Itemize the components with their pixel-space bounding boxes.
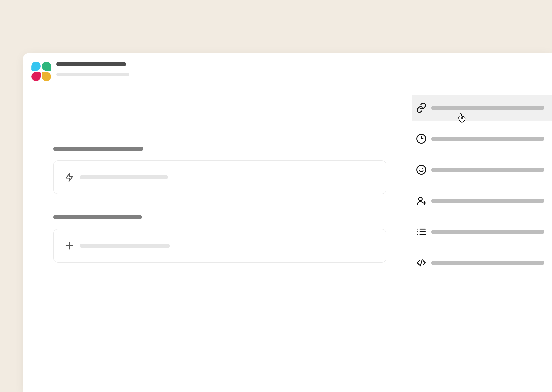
menu-item-list[interactable]	[412, 219, 552, 245]
menu-item-link[interactable]	[412, 95, 552, 121]
section-2	[53, 215, 400, 263]
svg-point-13	[417, 231, 418, 232]
app-window	[23, 53, 552, 392]
right-menu	[412, 95, 552, 276]
svg-point-12	[417, 229, 418, 230]
header-text	[56, 61, 129, 76]
bolt-icon	[64, 172, 74, 182]
menu-item-code[interactable]	[412, 250, 552, 276]
section-1-card-text	[80, 175, 168, 179]
menu-item-smiley-label	[431, 168, 544, 172]
svg-point-4	[420, 168, 420, 169]
user-plus-icon	[416, 196, 427, 206]
main-pane	[23, 53, 412, 392]
section-1-heading	[53, 147, 143, 151]
svg-point-5	[422, 168, 423, 169]
content-area	[31, 82, 400, 263]
menu-item-code-label	[431, 261, 544, 265]
right-pane	[412, 53, 552, 392]
logo-segment-red	[31, 72, 41, 81]
section-1	[53, 147, 400, 194]
logo-segment-yellow	[42, 72, 51, 81]
app-title	[56, 62, 126, 66]
svg-point-6	[419, 197, 422, 201]
menu-item-list-label	[431, 230, 544, 234]
section-2-card[interactable]	[53, 229, 386, 263]
smiley-icon	[416, 164, 427, 175]
link-icon	[416, 102, 427, 113]
menu-item-clock[interactable]	[412, 126, 552, 152]
menu-item-clock-label	[431, 137, 544, 141]
app-logo	[31, 61, 51, 82]
plus-icon	[64, 241, 74, 251]
svg-line-15	[420, 260, 422, 266]
clock-icon	[416, 133, 427, 144]
app-subtitle	[56, 73, 129, 76]
section-2-heading	[53, 215, 142, 219]
code-icon	[416, 258, 427, 268]
svg-point-3	[417, 165, 426, 174]
app-header	[31, 61, 400, 82]
section-1-card[interactable]	[53, 161, 386, 194]
section-2-card-text	[80, 244, 170, 248]
logo-segment-cyan	[31, 62, 41, 71]
menu-item-user-plus[interactable]	[412, 188, 552, 214]
logo-segment-green	[42, 62, 51, 71]
menu-item-user-plus-label	[431, 199, 544, 203]
menu-item-smiley[interactable]	[412, 157, 552, 182]
list-icon	[416, 226, 427, 237]
menu-item-link-label	[431, 106, 544, 110]
svg-point-14	[417, 234, 418, 235]
